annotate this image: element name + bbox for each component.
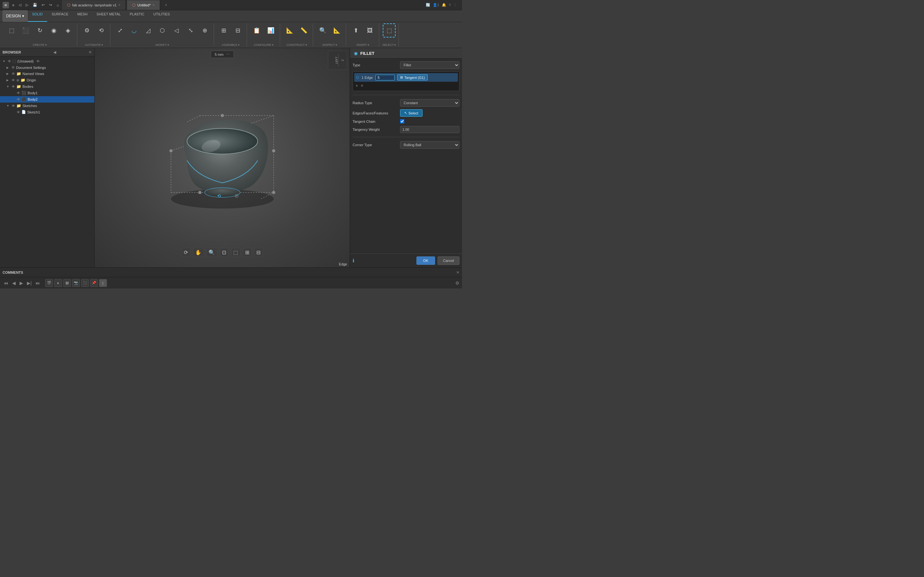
settings-button[interactable]: ⚙ bbox=[455, 280, 459, 285]
tree-item-root[interactable]: ▼ 👁 ⬚ (Unsaved) 👁 bbox=[0, 58, 94, 64]
remove-edge-btn[interactable]: × bbox=[360, 83, 363, 88]
chamfer-btn[interactable]: ◿ bbox=[142, 23, 155, 37]
tab-surface[interactable]: SURFACE bbox=[47, 10, 73, 22]
tree-item-body2[interactable]: 👁 ⬛ Body2 bbox=[0, 96, 94, 103]
nav-cube[interactable]: LEFT Z bbox=[328, 51, 347, 70]
tangency-weight-input[interactable] bbox=[400, 126, 459, 133]
anim-tool-2[interactable]: ≡ bbox=[54, 279, 62, 287]
anim-tool-4[interactable]: 📷 bbox=[72, 279, 80, 287]
radius-type-select[interactable]: Constant bbox=[400, 99, 459, 107]
tab-untitled-close[interactable]: × bbox=[153, 3, 155, 7]
tangent-btn[interactable]: ⊞ Tangent (G1) bbox=[397, 74, 428, 81]
press-pull-btn[interactable]: ⤢ bbox=[113, 23, 126, 37]
tree-item-origin[interactable]: ▶ 👁 ⊕ 📁 Origin bbox=[0, 77, 94, 83]
tab-solid[interactable]: SOLID bbox=[27, 10, 47, 22]
anim-tool-3[interactable]: ▤ bbox=[63, 279, 71, 287]
configure-btn1[interactable]: 📋 bbox=[250, 23, 263, 37]
tab-lampshade-close[interactable]: × bbox=[118, 3, 120, 7]
undo-button[interactable]: ↩ bbox=[40, 2, 47, 8]
playback-play[interactable]: ▶ bbox=[18, 280, 24, 286]
measure-options[interactable]: ⋯ bbox=[226, 52, 230, 56]
tab-plastic[interactable]: PLASTIC bbox=[125, 10, 149, 22]
redo-button[interactable]: ↪ bbox=[47, 2, 54, 8]
tab-sheet-metal[interactable]: SHEET METAL bbox=[92, 10, 125, 22]
info-button[interactable]: ℹ bbox=[352, 258, 354, 263]
viewport[interactable]: 5 mm ⋯ LEFT Z bbox=[95, 48, 350, 268]
tree-item-bodies[interactable]: ▼ 👁 📁 Bodies bbox=[0, 83, 94, 90]
shell-btn[interactable]: ⬡ bbox=[156, 23, 169, 37]
tree-item-doc-settings[interactable]: ▶ ⚙ Document Settings bbox=[0, 64, 94, 71]
construct-btn1[interactable]: 📐 bbox=[283, 23, 296, 37]
anim-tool-5[interactable]: ⬛ bbox=[81, 279, 89, 287]
insert-btn1[interactable]: ⬆ bbox=[349, 23, 362, 37]
tab-mesh[interactable]: MESH bbox=[73, 10, 92, 22]
assemble-btn1[interactable]: ⊞ bbox=[217, 23, 230, 37]
tab-lampshade[interactable]: ⬡ fab academy- lampshade v1 × bbox=[62, 0, 126, 10]
nav-forward[interactable]: ▷ bbox=[24, 2, 30, 8]
tab-utilities[interactable]: UTILITIES bbox=[149, 10, 174, 22]
playback-start[interactable]: ⏮ bbox=[3, 280, 10, 286]
viewport-canvas[interactable]: 5 mm ⋯ LEFT Z bbox=[95, 48, 350, 268]
inspect-btn2[interactable]: 📐 bbox=[330, 23, 343, 37]
cancel-button[interactable]: Cancel bbox=[438, 256, 459, 265]
grid-btn[interactable]: ⊟ bbox=[254, 248, 263, 257]
nav-back[interactable]: ◁ bbox=[17, 2, 23, 8]
configure-btn2[interactable]: 📊 bbox=[264, 23, 277, 37]
sidebar-close[interactable]: ✕ bbox=[89, 50, 92, 55]
tab-add-button[interactable]: + bbox=[162, 0, 171, 10]
automate-btn2[interactable]: ⟲ bbox=[95, 23, 107, 37]
tree-item-sketch1[interactable]: 👁 📄 Sketch1 bbox=[0, 109, 94, 115]
add-edge-btn[interactable]: + bbox=[355, 83, 358, 88]
select-btn[interactable]: ⬚ bbox=[383, 23, 396, 37]
measure-bar: 5 mm ⋯ bbox=[210, 51, 234, 58]
anim-tool-7[interactable]: | bbox=[99, 279, 107, 287]
eye-icon: 👁 bbox=[8, 59, 11, 63]
sidebar-pin[interactable]: ◀ bbox=[53, 50, 56, 55]
corner-type-select[interactable]: Rolling Ball bbox=[400, 141, 459, 149]
pan-btn[interactable]: ✋ bbox=[193, 248, 204, 257]
draft-btn[interactable]: ◁ bbox=[170, 23, 183, 37]
select-btn[interactable]: ↖ Select bbox=[400, 109, 423, 117]
tree-item-named-views[interactable]: ▶ 👁 📁 Named Views bbox=[0, 71, 94, 77]
tab-untitled-label: Untitled* bbox=[137, 3, 151, 7]
extrude-btn[interactable]: ⬛ bbox=[19, 23, 32, 37]
tab-untitled[interactable]: ⬡ Untitled* × bbox=[127, 0, 160, 10]
revolve-btn[interactable]: ↻ bbox=[33, 23, 46, 37]
insert-btn2[interactable]: 🖼 bbox=[363, 23, 376, 37]
divider2 bbox=[352, 137, 459, 137]
edge-value-input[interactable] bbox=[375, 75, 395, 81]
comments-pin[interactable]: ✕ bbox=[456, 270, 459, 275]
home-button[interactable]: ⌂ bbox=[55, 2, 61, 8]
playback-prev[interactable]: ◀ bbox=[11, 280, 17, 286]
inspect-btn1[interactable]: 🔍 bbox=[317, 23, 329, 37]
assemble-btn2[interactable]: ⊟ bbox=[231, 23, 244, 37]
edges-row: Edges/Faces/Features ↖ Select bbox=[352, 109, 459, 117]
type-row: Type Fillet bbox=[352, 61, 459, 69]
anim-tool-6[interactable]: 📌 bbox=[90, 279, 98, 287]
tree-item-body1[interactable]: 👁 ⬛ Body1 bbox=[0, 90, 94, 96]
menu-button[interactable]: ≡ bbox=[10, 2, 16, 8]
fillet-btn[interactable]: ◡ bbox=[128, 23, 141, 37]
display-btn[interactable]: ⊞ bbox=[243, 248, 252, 257]
sweep-btn[interactable]: ◉ bbox=[47, 23, 60, 37]
construct-btn2[interactable]: 📏 bbox=[297, 23, 310, 37]
zoom-btn[interactable]: 🔍 bbox=[206, 248, 217, 257]
playback-end[interactable]: ⏭ bbox=[34, 280, 41, 286]
view-cube-btn[interactable]: ⬚ bbox=[231, 248, 240, 257]
new-component-btn[interactable]: ⬚ bbox=[5, 23, 18, 37]
automate-btn1[interactable]: ⚙ bbox=[81, 23, 94, 37]
tangent-chain-checkbox[interactable] bbox=[400, 119, 404, 123]
playback-next-key[interactable]: ▶| bbox=[26, 280, 33, 286]
combine-btn[interactable]: ⊕ bbox=[198, 23, 211, 37]
ok-button[interactable]: OK bbox=[417, 256, 435, 265]
tree-item-sketches[interactable]: ▼ 👁 📁 Sketches bbox=[0, 103, 94, 109]
design-dropdown[interactable]: DESIGN ▾ bbox=[3, 10, 27, 22]
anim-tool-1[interactable]: 🎬 bbox=[45, 279, 53, 287]
zoom-fit-btn[interactable]: ⊡ bbox=[220, 248, 228, 257]
scale-btn[interactable]: ⤡ bbox=[184, 23, 197, 37]
save-button[interactable]: 💾 bbox=[31, 2, 39, 8]
eye-sketches: 👁 bbox=[11, 104, 15, 108]
type-select[interactable]: Fillet bbox=[400, 61, 459, 69]
orbit-btn[interactable]: ⟳ bbox=[182, 248, 190, 257]
loft-btn[interactable]: ◈ bbox=[61, 23, 74, 37]
